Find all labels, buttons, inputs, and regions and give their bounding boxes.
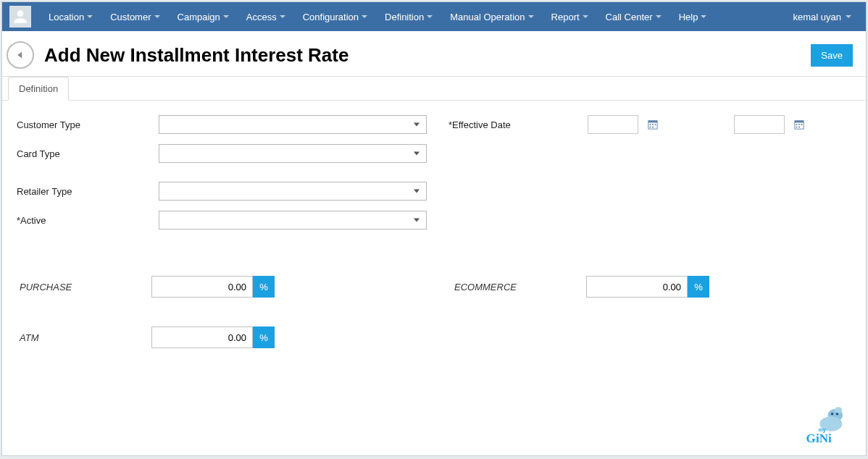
svg-rect-3 bbox=[652, 124, 654, 125]
person-icon bbox=[11, 7, 30, 26]
svg-rect-11 bbox=[801, 124, 803, 125]
chevron-down-icon bbox=[583, 15, 588, 18]
back-button[interactable] bbox=[7, 41, 34, 69]
chevron-down-icon bbox=[280, 15, 285, 18]
label-effective-date: *Effective Date bbox=[448, 119, 579, 130]
mascot-icon: my GiNi bbox=[801, 404, 851, 447]
rates-section: PURCHASE % ECOMMERCE % ATM % bbox=[2, 254, 866, 355]
chevron-down-icon bbox=[87, 15, 93, 18]
nav-definition[interactable]: Definition bbox=[377, 6, 440, 28]
calendar-from-button[interactable] bbox=[647, 119, 659, 130]
arrow-left-icon bbox=[14, 49, 27, 62]
chevron-down-icon bbox=[846, 15, 851, 18]
label-purchase: PURCHASE bbox=[14, 282, 151, 292]
label-atm: ATM bbox=[14, 332, 151, 343]
purchase-input[interactable] bbox=[151, 276, 253, 298]
date-from-input[interactable] bbox=[588, 115, 638, 134]
svg-text:GiNi: GiNi bbox=[806, 431, 832, 445]
label-customer-type: Customer Type bbox=[14, 119, 159, 130]
nav-customer[interactable]: Customer bbox=[103, 6, 167, 28]
user-menu[interactable]: kemal uyan bbox=[786, 6, 859, 28]
nav-help[interactable]: Help bbox=[672, 6, 714, 28]
page-title: Add New Installment Interest Rate bbox=[44, 44, 349, 67]
nav-location[interactable]: Location bbox=[41, 6, 100, 28]
tab-definition[interactable]: Definition bbox=[8, 77, 69, 101]
calendar-icon bbox=[648, 119, 658, 130]
chevron-down-icon bbox=[154, 15, 160, 18]
chevron-down-icon bbox=[701, 15, 706, 18]
calendar-to-button[interactable] bbox=[793, 119, 805, 130]
percent-badge: % bbox=[688, 276, 709, 298]
svg-rect-5 bbox=[650, 127, 651, 128]
active-select[interactable] bbox=[159, 211, 427, 230]
percent-badge: % bbox=[253, 276, 275, 298]
svg-rect-8 bbox=[795, 121, 804, 123]
svg-rect-2 bbox=[650, 124, 651, 125]
svg-rect-10 bbox=[798, 124, 800, 125]
label-retailer-type: Retailer Type bbox=[14, 186, 159, 197]
customer-type-select[interactable] bbox=[159, 115, 427, 134]
label-ecommerce: ECOMMERCE bbox=[448, 282, 586, 292]
chevron-down-icon bbox=[362, 15, 367, 18]
tab-row: Definition bbox=[2, 77, 866, 101]
svg-point-16 bbox=[831, 413, 833, 415]
percent-badge: % bbox=[253, 327, 275, 348]
nav-access[interactable]: Access bbox=[239, 6, 293, 28]
nav-campaign[interactable]: Campaign bbox=[170, 6, 236, 28]
chevron-down-icon bbox=[223, 15, 229, 18]
svg-rect-12 bbox=[796, 127, 798, 128]
page-header: Add New Installment Interest Rate Save bbox=[2, 31, 866, 77]
ecommerce-input[interactable] bbox=[586, 276, 688, 298]
calendar-icon bbox=[794, 119, 804, 130]
svg-point-15 bbox=[835, 407, 842, 413]
label-active: *Active bbox=[14, 215, 159, 226]
date-to-input[interactable] bbox=[734, 115, 785, 134]
card-type-select[interactable] bbox=[159, 144, 427, 163]
svg-rect-9 bbox=[796, 124, 798, 125]
save-button[interactable]: Save bbox=[811, 44, 853, 67]
atm-input[interactable] bbox=[151, 327, 253, 348]
svg-rect-6 bbox=[652, 127, 654, 128]
nav-report[interactable]: Report bbox=[544, 6, 596, 28]
svg-point-17 bbox=[836, 413, 838, 415]
chevron-down-icon bbox=[528, 15, 534, 18]
nav-manual-operation[interactable]: Manual Operation bbox=[443, 6, 541, 28]
chevron-down-icon bbox=[427, 15, 433, 18]
svg-rect-4 bbox=[655, 124, 656, 125]
top-nav: Location Customer Campaign Access Config… bbox=[2, 2, 866, 31]
chevron-down-icon bbox=[656, 15, 662, 18]
nav-call-center[interactable]: Call Center bbox=[598, 6, 669, 28]
retailer-type-select[interactable] bbox=[159, 182, 427, 201]
label-card-type: Card Type bbox=[14, 148, 159, 159]
brand-logo: my GiNi bbox=[801, 404, 851, 450]
nav-configuration[interactable]: Configuration bbox=[296, 6, 375, 28]
form-body: Customer Type Card Type Retailer Type bbox=[2, 101, 866, 254]
svg-rect-1 bbox=[648, 121, 657, 123]
avatar[interactable] bbox=[9, 6, 31, 28]
svg-rect-13 bbox=[798, 127, 800, 128]
